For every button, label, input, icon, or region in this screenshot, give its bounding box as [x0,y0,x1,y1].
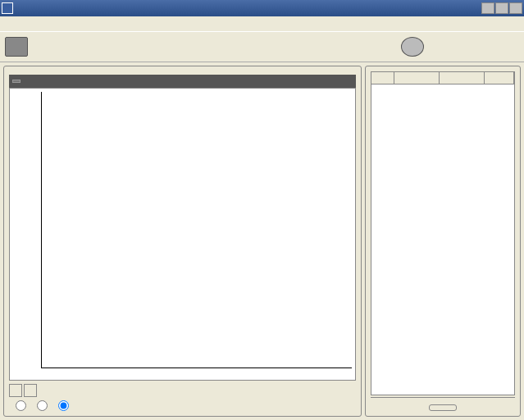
maximize-button[interactable] [495,2,508,14]
minimize-button[interactable] [481,2,494,14]
table-panel [365,66,521,417]
chart-area [9,88,356,381]
th-esperado [440,72,485,84]
radio-mes[interactable] [37,400,50,411]
table-header [371,71,515,84]
radio-semana[interactable] [16,400,29,411]
radio-ano[interactable] [58,400,71,411]
chart-panel [3,66,362,417]
close-button[interactable] [509,2,522,14]
toolbar [0,31,524,62]
th-medido [394,72,440,84]
th-color [371,72,394,84]
start-measure-button[interactable] [429,404,457,411]
range-radios [9,400,356,411]
nav-next-button[interactable] [24,384,37,397]
chart-header [9,75,356,88]
promedio-button[interactable] [12,80,21,83]
titlebar [0,0,524,16]
table-body[interactable] [371,84,515,395]
device-icon [401,37,424,57]
nav-prev-button[interactable] [9,384,22,397]
monitor-icon [5,37,28,57]
menubar [0,16,524,31]
app-icon [2,2,13,14]
th-de [485,72,514,84]
